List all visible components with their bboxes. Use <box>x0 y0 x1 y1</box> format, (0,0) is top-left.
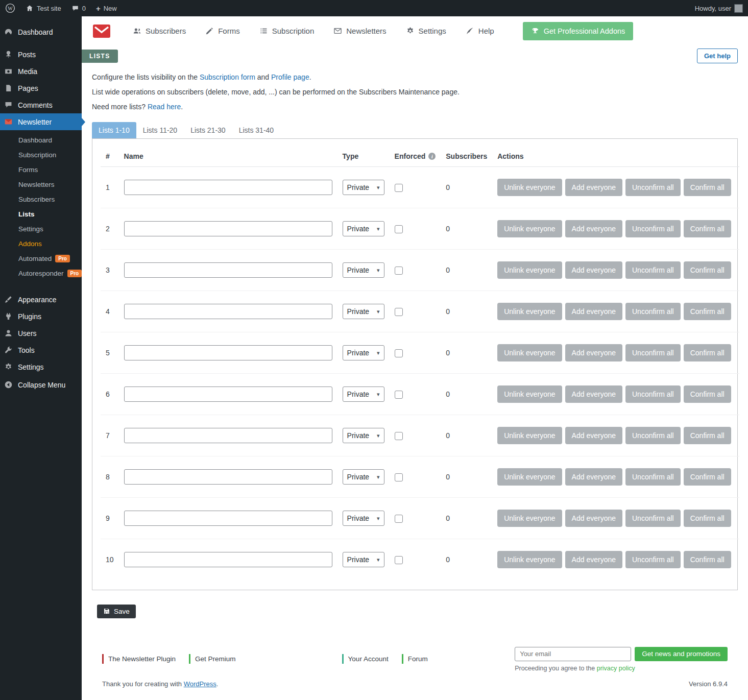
confirm-all-button[interactable]: Confirm all <box>684 427 731 444</box>
submenu-item-subscribers[interactable]: Subscribers <box>0 192 82 207</box>
submenu-item-forms[interactable]: Forms <box>0 162 82 177</box>
get-help-button[interactable]: Get help <box>697 49 738 63</box>
confirm-all-button[interactable]: Confirm all <box>684 551 731 568</box>
unlink-everyone-button[interactable]: Unlink everyone <box>497 303 562 320</box>
submenu-item-subscription[interactable]: Subscription <box>0 148 82 162</box>
nav-forms[interactable]: Forms <box>205 27 240 35</box>
list-name-input[interactable] <box>124 304 332 319</box>
unlink-everyone-button[interactable]: Unlink everyone <box>497 261 562 279</box>
enforced-checkbox[interactable] <box>395 349 403 357</box>
unlink-everyone-button[interactable]: Unlink everyone <box>497 551 562 568</box>
unlink-everyone-button[interactable]: Unlink everyone <box>497 510 562 527</box>
confirm-all-button[interactable]: Confirm all <box>684 344 731 361</box>
unconfirm-all-button[interactable]: Unconfirm all <box>625 468 681 486</box>
sidebar-item-newsletter[interactable]: Newsletter <box>0 113 82 130</box>
enforced-checkbox[interactable] <box>395 308 403 316</box>
unlink-everyone-button[interactable]: Unlink everyone <box>497 344 562 361</box>
unconfirm-all-button[interactable]: Unconfirm all <box>625 510 681 527</box>
enforced-checkbox[interactable] <box>395 432 403 440</box>
type-select[interactable]: Private▾ <box>343 387 384 402</box>
subscribe-button[interactable]: Get news and promotions <box>635 647 728 661</box>
confirm-all-button[interactable]: Confirm all <box>684 220 731 237</box>
tab-lists-11-20[interactable]: Lists 11-20 <box>136 122 184 138</box>
info-icon[interactable]: i <box>428 153 436 160</box>
email-field[interactable] <box>515 647 631 661</box>
type-select[interactable]: Private▾ <box>343 469 384 485</box>
collapse-menu-button[interactable]: Collapse Menu <box>0 376 82 393</box>
unconfirm-all-button[interactable]: Unconfirm all <box>625 179 681 196</box>
new-menu[interactable]: + New <box>91 0 122 16</box>
list-name-input[interactable] <box>124 345 332 360</box>
sidebar-item-settings[interactable]: Settings <box>0 358 82 375</box>
submenu-item-addons[interactable]: Addons <box>0 236 82 251</box>
add-everyone-button[interactable]: Add everyone <box>565 344 622 361</box>
sidebar-item-users[interactable]: Users <box>0 325 82 342</box>
type-select[interactable]: Private▾ <box>343 511 384 526</box>
add-everyone-button[interactable]: Add everyone <box>565 427 622 444</box>
add-everyone-button[interactable]: Add everyone <box>565 179 622 196</box>
unconfirm-all-button[interactable]: Unconfirm all <box>625 303 681 320</box>
unconfirm-all-button[interactable]: Unconfirm all <box>625 551 681 568</box>
sidebar-item-pages[interactable]: Pages <box>0 80 82 96</box>
unlink-everyone-button[interactable]: Unlink everyone <box>497 179 562 196</box>
unconfirm-all-button[interactable]: Unconfirm all <box>625 220 681 237</box>
list-name-input[interactable] <box>124 387 332 402</box>
get-professional-addons-button[interactable]: Get Professional Addons <box>523 22 634 40</box>
submenu-item-autoresponder[interactable]: Autoresponder Pro <box>0 266 82 281</box>
confirm-all-button[interactable]: Confirm all <box>684 385 731 403</box>
list-name-input[interactable] <box>124 511 332 526</box>
add-everyone-button[interactable]: Add everyone <box>565 510 622 527</box>
footer-link-get-premium[interactable]: Get Premium <box>189 654 236 664</box>
unlink-everyone-button[interactable]: Unlink everyone <box>497 427 562 444</box>
add-everyone-button[interactable]: Add everyone <box>565 468 622 486</box>
list-name-input[interactable] <box>124 552 332 567</box>
wordpress-link[interactable]: WordPress <box>184 680 216 688</box>
enforced-checkbox[interactable] <box>395 515 403 523</box>
confirm-all-button[interactable]: Confirm all <box>684 261 731 279</box>
add-everyone-button[interactable]: Add everyone <box>565 261 622 279</box>
type-select[interactable]: Private▾ <box>343 221 384 236</box>
sidebar-item-plugins[interactable]: Plugins <box>0 308 82 325</box>
sidebar-item-media[interactable]: Media <box>0 63 82 80</box>
nav-subscription[interactable]: Subscription <box>259 27 315 35</box>
comments-menu[interactable]: 0 <box>66 0 91 16</box>
sidebar-item-tools[interactable]: Tools <box>0 342 82 358</box>
add-everyone-button[interactable]: Add everyone <box>565 303 622 320</box>
privacy-policy-link[interactable]: privacy policy <box>597 665 635 672</box>
confirm-all-button[interactable]: Confirm all <box>684 303 731 320</box>
type-select[interactable]: Private▾ <box>343 345 384 360</box>
tab-lists-21-30[interactable]: Lists 21-30 <box>184 122 232 138</box>
read-here-link[interactable]: Read here <box>148 103 181 111</box>
sidebar-item-appearance[interactable]: Appearance <box>0 291 82 308</box>
submenu-item-lists[interactable]: Lists <box>0 207 82 222</box>
howdy-menu[interactable]: Howdy, user <box>690 0 748 16</box>
newsletter-logo[interactable] <box>93 25 110 38</box>
list-name-input[interactable] <box>124 262 332 278</box>
nav-help[interactable]: Help <box>466 27 494 35</box>
tab-lists-31-40[interactable]: Lists 31-40 <box>232 122 280 138</box>
unconfirm-all-button[interactable]: Unconfirm all <box>625 344 681 361</box>
type-select[interactable]: Private▾ <box>343 262 384 278</box>
unlink-everyone-button[interactable]: Unlink everyone <box>497 385 562 403</box>
unconfirm-all-button[interactable]: Unconfirm all <box>625 385 681 403</box>
sidebar-item-posts[interactable]: Posts <box>0 46 82 63</box>
add-everyone-button[interactable]: Add everyone <box>565 220 622 237</box>
footer-link-newsletter-plugin[interactable]: The Newsletter Plugin <box>102 654 176 664</box>
submenu-item-newsletters[interactable]: Newsletters <box>0 177 82 192</box>
footer-link-forum[interactable]: Forum <box>402 654 428 664</box>
type-select[interactable]: Private▾ <box>343 180 384 195</box>
confirm-all-button[interactable]: Confirm all <box>684 179 731 196</box>
submenu-item-automated[interactable]: Automated Pro <box>0 251 82 266</box>
type-select[interactable]: Private▾ <box>343 304 384 319</box>
list-name-input[interactable] <box>124 428 332 443</box>
confirm-all-button[interactable]: Confirm all <box>684 468 731 486</box>
type-select[interactable]: Private▾ <box>343 428 384 443</box>
wordpress-logo[interactable]: W <box>0 0 20 16</box>
unconfirm-all-button[interactable]: Unconfirm all <box>625 261 681 279</box>
submenu-item-settings[interactable]: Settings <box>0 222 82 236</box>
enforced-checkbox[interactable] <box>395 184 403 192</box>
enforced-checkbox[interactable] <box>395 391 403 399</box>
profile-page-link[interactable]: Profile page <box>271 73 309 81</box>
confirm-all-button[interactable]: Confirm all <box>684 510 731 527</box>
add-everyone-button[interactable]: Add everyone <box>565 551 622 568</box>
